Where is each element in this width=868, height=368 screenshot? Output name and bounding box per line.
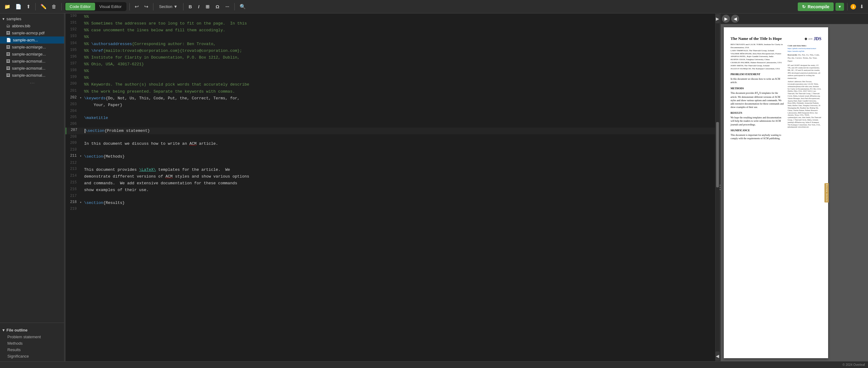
line-content	[84, 147, 715, 148]
file-icon-acmlarge1: 🖼	[6, 45, 10, 49]
line-number: 194	[66, 41, 80, 46]
undo-btn[interactable]: ↩	[133, 2, 141, 11]
file-icon-acmsmal2: 🖼	[6, 66, 10, 70]
link-label: Code and data links:	[787, 44, 822, 47]
italic-btn[interactable]: I	[196, 3, 202, 10]
file-label-abbrev: abbrev.bib	[12, 24, 62, 28]
preview-authors: BEN TROVATO and G.K.M. TOBIN, Institute …	[731, 43, 784, 70]
file-outline: ▾ File outline Problem statement Methods…	[0, 325, 64, 361]
trash-icon[interactable]: 🗑	[50, 3, 58, 11]
fold-arrow: ▾	[80, 95, 84, 100]
section-dropdown[interactable]: Section ▼	[156, 3, 180, 10]
outline-title-toggle[interactable]: ▾ File outline	[0, 327, 64, 334]
table-btn[interactable]: ⊞	[204, 3, 212, 11]
preview-nav-left[interactable]: ◀	[731, 15, 739, 23]
search-btn[interactable]: 🔍	[238, 2, 248, 11]
panel-resize-handle[interactable]	[719, 13, 721, 361]
line-number: 215	[66, 180, 80, 185]
line-content: This document provides \LaTeX\ templates…	[84, 167, 715, 173]
file-icon-acmlarge2: 🖼	[6, 52, 10, 57]
redo-btn[interactable]: ↪	[143, 2, 150, 11]
sidebar-item-sample-acmsmal3[interactable]: 🖼 sample-acmsmal...	[0, 72, 64, 79]
line-content: show examples of their use.	[84, 187, 715, 194]
preview-nav: ▶ ◀	[721, 13, 868, 24]
file-icons: 📁 📄 ⬆	[2, 2, 32, 11]
preview-problem-title: PROBLEM STATEMENT	[731, 73, 784, 76]
edit-icons: ✏️ 🗑	[39, 2, 58, 11]
sidebar-item-sample-acmsmal2[interactable]: 🖼 sample-acmsmal...	[0, 65, 64, 72]
keywords-section: Keywords: Do, Not, Us, This, Code, Put, …	[787, 54, 822, 63]
diamond-icon: ◆	[805, 36, 807, 41]
preview-nav-right[interactable]: ▶	[722, 15, 730, 23]
line-content: %%	[84, 13, 715, 20]
line-number: 196	[66, 54, 80, 59]
line-number: 206	[66, 122, 80, 126]
table-row: 216 show examples of their use.	[66, 187, 715, 194]
recompile-dropdown-btn[interactable]: ▼	[835, 3, 844, 11]
preview-results-body: We hope the resulting templates and docu…	[731, 116, 784, 126]
omega-btn[interactable]: Ω	[214, 3, 221, 10]
line-number: 201	[66, 88, 80, 93]
toolbar: 📁 📄 ⬆ ✏️ 🗑 Code Editor Visual Editor ↩ ↪…	[0, 0, 868, 13]
review-article-tab[interactable]: Review Article	[825, 183, 829, 203]
recompile-label: Recompile	[808, 4, 829, 9]
editor-scroll-area[interactable]: 190 %% 191 %% Sometimes the addresses ar…	[66, 13, 715, 361]
sidebar-item-sample-acmlarge1[interactable]: 🖼 sample-acmlarge...	[0, 43, 64, 51]
line-number: 210	[66, 147, 80, 152]
more-btn[interactable]: ···	[223, 3, 231, 10]
line-number: 209	[66, 140, 80, 145]
bold-btn[interactable]: B	[187, 3, 194, 10]
folder-icon[interactable]: 📁	[2, 2, 12, 11]
outline-item-problem[interactable]: Problem statement	[0, 334, 64, 340]
line-content: and commands. We add extensive documenta…	[84, 180, 715, 187]
sidebar-item-abbrev-bib[interactable]: 🗂 abbrev.bib	[0, 22, 64, 29]
file-tree: ▾ samples 🗂 abbrev.bib 🖼 sample-acmcp.pd…	[0, 13, 64, 321]
table-row: 212	[66, 160, 715, 167]
sep1	[35, 3, 36, 10]
outline-item-significance[interactable]: Significance	[0, 353, 64, 359]
preview-scroll[interactable]: The Name of the Title Is Hope BEN TROVAT…	[721, 24, 868, 361]
recompile-button[interactable]: ↻ Recompile	[798, 2, 834, 11]
file-icon-tex: 📄	[6, 38, 11, 42]
preview-content: The Name of the Title Is Hope BEN TROVAT…	[731, 36, 822, 141]
sidebar-item-samples[interactable]: ▾ samples	[0, 15, 64, 22]
line-content: %% \authorsaddresses{Corresponding autho…	[84, 41, 715, 47]
line-content	[84, 108, 715, 109]
line-content	[84, 160, 715, 161]
line-number: 193	[66, 34, 80, 39]
scroll-up-btn[interactable]: ▶	[715, 14, 719, 23]
visual-editor-tab[interactable]: Visual Editor	[95, 3, 126, 10]
table-row: 202 ▾ \keywords{Do, Not, Us, This, Code,…	[66, 95, 715, 102]
line-content	[84, 194, 715, 194]
outline-item-results[interactable]: Results	[0, 346, 64, 353]
pencil-icon[interactable]: ✏️	[39, 2, 49, 11]
line-content: %%	[84, 68, 715, 74]
scroll-down-btn[interactable]: ◀	[715, 352, 719, 361]
keywords-label: Keywords:	[787, 54, 798, 56]
table-row: 198 %%	[66, 68, 715, 74]
code-editor-tab[interactable]: Code Editor	[65, 3, 95, 10]
line-content: %%	[84, 34, 715, 40]
file-icon-acmsmal1: 🖼	[6, 59, 10, 64]
sep4	[153, 3, 153, 10]
line-number: 202	[66, 95, 80, 100]
line-number: 199	[66, 74, 80, 79]
sep7	[847, 3, 847, 10]
sidebar-item-pdf[interactable]: 🖼 sample-acmcp.pdf	[0, 29, 64, 36]
line-content: %% \href{mailto:trovato@corporation.com}…	[84, 47, 715, 54]
table-row: 193 %%	[66, 34, 715, 40]
file-icon[interactable]: 📄	[13, 2, 23, 11]
outline-item-methods[interactable]: Methods	[0, 340, 64, 346]
table-row: 200 %% Keywords. The author(s) should pi…	[66, 81, 715, 88]
sidebar-item-sample-acm[interactable]: 📄 sample-acm... ⋮	[0, 36, 64, 43]
table-row: 215 and commands. We add extensive docum…	[66, 180, 715, 187]
table-row: 195 %% \href{mailto:trovato@corporation.…	[66, 47, 715, 54]
sidebar-item-sample-acmlarge2[interactable]: 🖼 sample-acmlarge...	[0, 51, 64, 58]
upload-icon[interactable]: ⬆	[25, 2, 32, 11]
download-btn[interactable]: ⬇	[858, 2, 866, 11]
file-icon-bib: 🗂	[6, 24, 10, 28]
line-content: %% Keywords. The author(s) should pick w…	[84, 81, 715, 88]
preview-significance-body: This document is important for anybody w…	[731, 133, 784, 140]
sidebar-item-sample-acmsmal1[interactable]: 🖼 sample-acmsmal...	[0, 58, 64, 65]
line-content: %% Ohio, USA, 43017-6221}	[84, 61, 715, 68]
